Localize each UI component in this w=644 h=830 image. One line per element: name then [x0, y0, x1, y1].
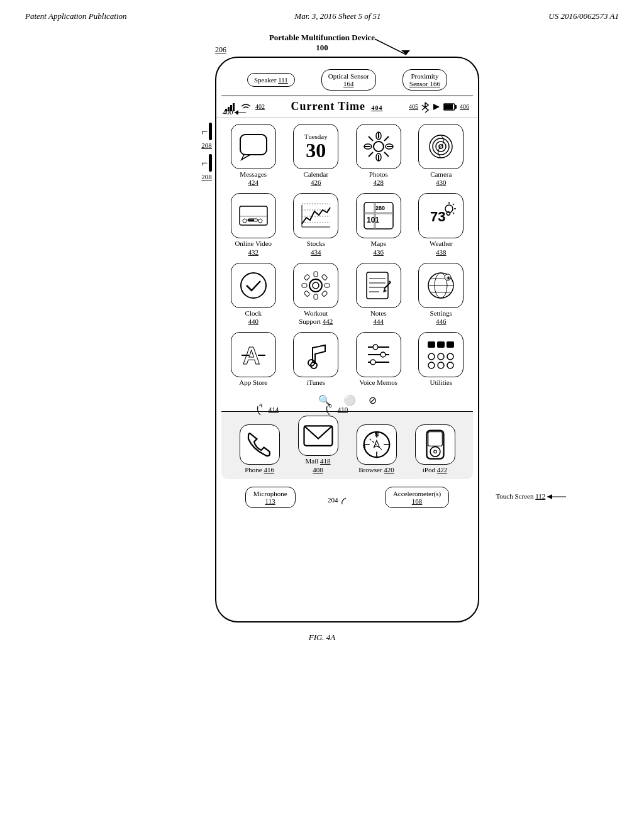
app-voice-memos[interactable]: Voice Memos [350, 332, 407, 387]
diagram-area: Portable Multifunction Device 100 206 ⌐ … [0, 26, 644, 643]
svg-point-101 [447, 362, 453, 368]
svg-rect-115 [428, 431, 442, 446]
app-photos[interactable]: Photos428 [350, 124, 407, 187]
play-icon [432, 102, 441, 111]
app-stocks[interactable]: Stocks434 [288, 193, 345, 256]
svg-text:N: N [374, 431, 379, 437]
svg-marker-3 [547, 494, 552, 499]
svg-point-34 [243, 219, 247, 223]
app-label-notes: Notes444 [370, 309, 387, 326]
app-camera[interactable]: Camera430 [413, 124, 470, 187]
app-label-itunes: iTunes [306, 379, 325, 387]
app-clock[interactable]: Clock440 [225, 263, 282, 326]
label-208a: 208 [201, 141, 212, 149]
app-itunes[interactable]: iTunes [288, 332, 345, 387]
app-online-video[interactable]: Online Video432 [225, 193, 282, 256]
svg-point-97 [438, 353, 444, 360]
app-icon-online-video[interactable] [231, 193, 276, 238]
device-container: 206 ⌐ 208 ⌐ 208 Touch Screen 112 [215, 57, 479, 622]
svg-rect-36 [248, 219, 254, 221]
app-icon-workout[interactable] [293, 263, 338, 308]
svg-rect-95 [447, 341, 454, 348]
dock-ipod[interactable]: iPod 422 [415, 424, 455, 474]
app-weather[interactable]: 73° Weather438 [413, 193, 470, 256]
dock-icon-mail[interactable] [298, 416, 338, 456]
top-sensors: Speaker 111 Optical Sensor164 ProximityS… [221, 58, 473, 96]
app-appstore[interactable]: A App Store [225, 332, 282, 387]
app-icon-clock[interactable] [231, 263, 276, 308]
svg-line-21 [369, 136, 373, 141]
svg-rect-47 [364, 213, 393, 214]
app-icon-settings[interactable]: ◉ [418, 263, 464, 308]
svg-marker-10 [433, 104, 440, 110]
svg-rect-61 [302, 284, 307, 287]
app-label-maps: Maps436 [371, 240, 386, 256]
app-label-stocks: Stocks434 [307, 240, 325, 256]
svg-point-16 [374, 141, 384, 152]
app-icon-calendar[interactable]: Tuesday 30 [293, 124, 338, 169]
side-button-group-2: ⌐ 208 [201, 154, 212, 180]
optical-sensor-label: Optical Sensor164 [321, 69, 376, 91]
app-icon-appstore[interactable]: A [231, 332, 276, 377]
svg-line-55 [453, 213, 454, 214]
device-title: Portable Multifunction Device 100 [269, 33, 375, 53]
app-messages[interactable]: Messages424 [225, 124, 282, 187]
app-icon-maps[interactable]: 280 101 [356, 193, 401, 238]
app-icon-photos[interactable] [356, 124, 401, 169]
app-icon-utilities[interactable] [418, 332, 464, 377]
side-button-group-1: ⌐ 208 [201, 123, 212, 149]
microphone-box: Microphone113 [245, 487, 296, 508]
clear-dot[interactable]: ⊘ [369, 394, 377, 406]
app-icon-weather[interactable]: 73° [418, 193, 464, 238]
dock-browser[interactable]: N S Browser 420 [357, 424, 397, 474]
bottom-hardware: Microphone113 204 Accelerometer(s)168 [216, 482, 478, 517]
svg-text:4: 4 [259, 404, 263, 409]
app-calendar[interactable]: Tuesday 30 Calendar426 [288, 124, 345, 187]
svg-point-90 [380, 352, 386, 357]
speaker-label: Speaker 111 [247, 73, 295, 87]
svg-line-53 [453, 204, 454, 205]
svg-rect-65 [304, 290, 310, 297]
svg-rect-63 [304, 274, 310, 280]
header-center: Mar. 3, 2016 Sheet 5 of 51 [294, 11, 380, 21]
dock-mail[interactable]: Mail 418408 [298, 416, 338, 473]
app-label-messages: Messages424 [240, 170, 267, 187]
dock-label-phone: Phone 416 [245, 466, 274, 474]
svg-rect-66 [321, 290, 328, 297]
svg-line-22 [384, 152, 389, 157]
svg-rect-67 [367, 272, 388, 299]
app-icon-stocks[interactable] [293, 193, 338, 238]
app-icon-camera[interactable] [418, 124, 464, 169]
svg-rect-114 [426, 430, 443, 458]
dock: Phone 416 Mail 418408 [221, 411, 473, 479]
app-icon-voice-memos[interactable] [356, 332, 401, 377]
app-icon-itunes[interactable] [293, 332, 338, 377]
label-204: 204 [328, 496, 352, 505]
svg-point-58 [313, 282, 319, 289]
app-utilities[interactable]: Utilities [413, 332, 470, 387]
app-label-voice-memos: Voice Memos [359, 379, 397, 387]
app-notes[interactable]: Notes444 [350, 263, 407, 326]
app-grid: Messages424 Tuesday 30 Calendar426 [216, 118, 478, 393]
dock-icon-ipod[interactable] [415, 424, 455, 465]
dock-icon-phone[interactable] [240, 424, 280, 465]
page: Patent Application Publication Mar. 3, 2… [0, 0, 644, 830]
app-workout[interactable]: WorkoutSupport 442 [288, 263, 345, 326]
app-label-settings: Settings446 [430, 309, 452, 326]
app-icon-notes[interactable] [356, 263, 401, 308]
svg-text:280: 280 [375, 205, 385, 211]
app-settings[interactable]: ◉ Settings446 [413, 263, 470, 326]
app-icon-messages[interactable] [231, 124, 276, 169]
app-maps[interactable]: 280 101 Maps436 [350, 193, 407, 256]
dock-label-ipod: iPod 422 [423, 466, 447, 474]
app-label-workout: WorkoutSupport 442 [299, 309, 333, 326]
dock-icon-browser[interactable]: N S [357, 424, 397, 465]
battery-icon [443, 103, 457, 111]
svg-line-0 [375, 39, 406, 55]
svg-rect-94 [437, 341, 445, 348]
app-label-calendar: Calendar426 [303, 170, 328, 187]
dock-label-mail: Mail 418408 [305, 457, 330, 473]
dock-phone[interactable]: Phone 416 [240, 424, 280, 474]
svg-line-24 [369, 152, 373, 157]
svg-point-88 [373, 345, 378, 350]
